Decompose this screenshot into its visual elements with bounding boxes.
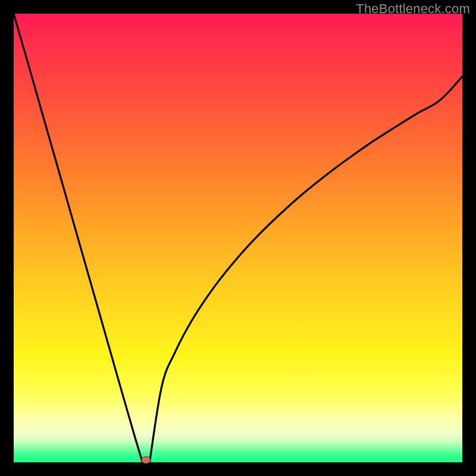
watermark-text: TheBottleneck.com bbox=[356, 1, 470, 17]
minimum-marker bbox=[142, 456, 151, 464]
chart-plot-area bbox=[14, 14, 462, 462]
chart-frame: TheBottleneck.com bbox=[0, 0, 476, 476]
bottleneck-curve bbox=[14, 14, 462, 462]
chart-curve-layer bbox=[14, 14, 462, 462]
